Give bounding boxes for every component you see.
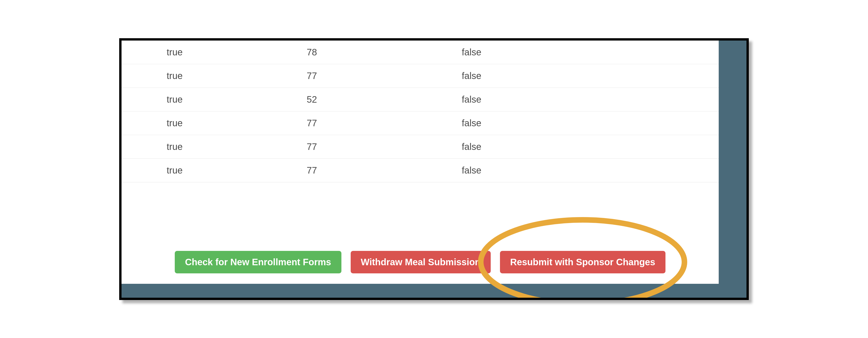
- cell-col3: false: [457, 40, 719, 64]
- check-enrollment-button[interactable]: Check for New Enrollment Forms: [175, 251, 341, 273]
- content-panel: true 78 false true 77 false true 52 fals…: [122, 40, 719, 284]
- cell-col2: 52: [302, 88, 457, 111]
- table-row: true 77 false: [122, 64, 719, 88]
- cell-col1: true: [122, 135, 302, 159]
- table-row: true 78 false: [122, 40, 719, 64]
- cell-col2: 77: [302, 64, 457, 88]
- table-row: true 77 false: [122, 111, 719, 135]
- action-button-row: Check for New Enrollment Forms Withdraw …: [122, 251, 719, 284]
- table-row: true 77 false: [122, 135, 719, 159]
- cell-col1: true: [122, 159, 302, 182]
- table-body: true 78 false true 77 false true 52 fals…: [122, 40, 719, 182]
- cell-col2: 77: [302, 111, 457, 135]
- table-row: true 77 false: [122, 159, 719, 182]
- cell-col1: true: [122, 88, 302, 111]
- data-table: true 78 false true 77 false true 52 fals…: [122, 40, 719, 182]
- cell-col1: true: [122, 64, 302, 88]
- cell-col2: 78: [302, 40, 457, 64]
- resubmit-sponsor-changes-button[interactable]: Resubmit with Sponsor Changes: [500, 251, 665, 273]
- withdraw-submission-button[interactable]: Withdraw Meal Submission: [351, 251, 491, 273]
- cell-col1: true: [122, 40, 302, 64]
- app-frame: true 78 false true 77 false true 52 fals…: [119, 38, 749, 300]
- table-row: true 52 false: [122, 88, 719, 111]
- cell-col3: false: [457, 88, 719, 111]
- cell-col3: false: [457, 135, 719, 159]
- cell-col3: false: [457, 159, 719, 182]
- cell-col3: false: [457, 111, 719, 135]
- cell-col3: false: [457, 64, 719, 88]
- cell-col2: 77: [302, 159, 457, 182]
- cell-col1: true: [122, 111, 302, 135]
- cell-col2: 77: [302, 135, 457, 159]
